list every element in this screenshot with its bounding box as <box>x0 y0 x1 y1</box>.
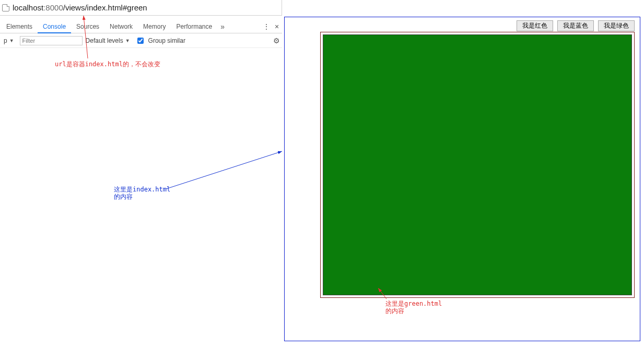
green-content <box>323 34 632 295</box>
blue-button[interactable]: 我是蓝色 <box>557 20 594 31</box>
url-display: localhost:8000/views/index.html#green <box>13 3 147 12</box>
url-host: localhost <box>13 3 43 12</box>
kebab-icon[interactable]: ⋮ <box>261 22 272 31</box>
address-bar[interactable]: localhost:8000/views/index.html#green <box>0 0 282 16</box>
tab-console[interactable]: Console <box>38 20 71 33</box>
url-port: :8000 <box>43 3 63 12</box>
chevron-down-icon: ▼ <box>9 38 14 43</box>
url-path: /views/index.html#green <box>63 3 147 12</box>
green-button[interactable]: 我是绿色 <box>598 20 635 31</box>
color-button-row: 我是红色 我是蓝色 我是绿色 <box>517 20 635 31</box>
log-levels-label: Default levels <box>86 37 123 44</box>
tab-elements[interactable]: Elements <box>1 20 38 33</box>
tab-sources[interactable]: Sources <box>71 20 104 33</box>
tab-memory[interactable]: Memory <box>138 20 171 33</box>
arrow-to-index-frame <box>166 151 282 189</box>
content-frame <box>320 32 635 298</box>
annotation-index: 这里是index.html 的内容 <box>114 186 170 200</box>
index-frame: 我是红色 我是蓝色 我是绿色 <box>284 17 640 341</box>
annotation-url: url是容器index.html的，不会改变 <box>55 61 160 68</box>
close-icon[interactable]: × <box>272 22 282 31</box>
tab-network[interactable]: Network <box>104 20 138 33</box>
red-button[interactable]: 我是红色 <box>517 20 553 31</box>
chevron-down-icon: ▼ <box>125 38 130 43</box>
tab-performance[interactable]: Performance <box>171 20 217 33</box>
page-icon <box>2 4 9 11</box>
context-selector[interactable]: p ▼ <box>1 35 17 46</box>
devtools-tab-strip: Elements Console Sources Network Memory … <box>0 20 282 33</box>
filter-input[interactable] <box>20 36 83 45</box>
gear-icon[interactable]: ⚙ <box>273 37 280 45</box>
console-toolbar: p ▼ Default levels ▼ Group similar ⚙ <box>0 33 282 48</box>
context-label: p <box>4 37 7 44</box>
more-tabs-icon[interactable]: » <box>217 22 228 31</box>
log-levels-selector[interactable]: Default levels ▼ <box>86 37 130 44</box>
group-similar-label: Group similar <box>148 37 185 44</box>
annotation-green: 这里是green.html 的内容 <box>385 300 442 315</box>
group-similar-checkbox[interactable] <box>137 38 144 44</box>
